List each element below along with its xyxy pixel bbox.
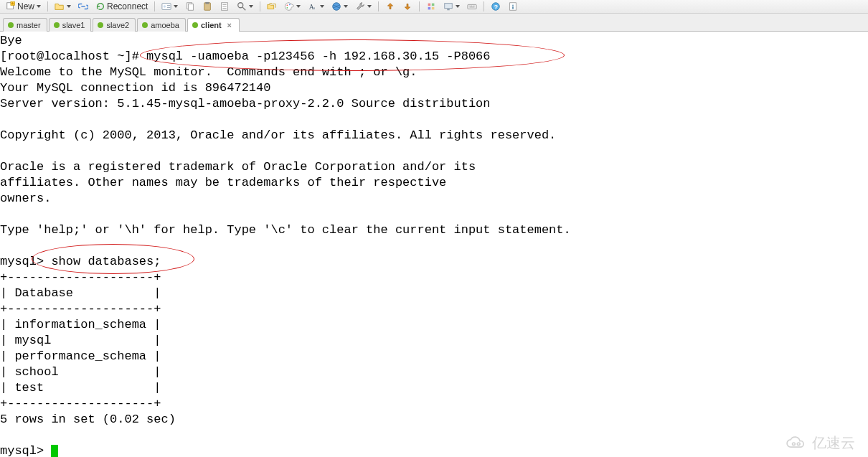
tab-label: slave2	[106, 21, 129, 29]
svg-rect-23	[448, 9, 450, 11]
term-line: Type 'help;' or '\h' for help. Type '\c'…	[0, 223, 571, 237]
terminal-pane[interactable]: Bye [root@localhost ~]# mysql -uamoeba -…	[0, 32, 868, 457]
folders-icon	[267, 1, 277, 11]
term-line: Welcome to the MySQL monitor. Commands e…	[0, 65, 418, 79]
keyboard-icon	[467, 1, 477, 11]
svg-point-14	[289, 4, 291, 6]
svg-point-30	[793, 442, 796, 445]
download-button[interactable]	[400, 1, 415, 12]
folders-button[interactable]	[264, 1, 280, 12]
term-line: | Database |	[0, 286, 161, 300]
wrench-icon	[355, 1, 365, 11]
chevron-down-icon	[67, 5, 71, 8]
reconnect-button[interactable]: Reconnect	[93, 1, 151, 12]
folder-open-icon	[55, 1, 65, 11]
help-button[interactable]: ?	[488, 1, 504, 12]
toolbar-separator	[483, 1, 484, 11]
properties-button[interactable]	[217, 1, 232, 12]
svg-rect-9	[206, 2, 209, 4]
term-line: Copyright (c) 2000, 2013, Oracle and/or …	[0, 128, 556, 142]
tab-amoeba[interactable]: amoeba	[137, 18, 186, 32]
help-icon: ?	[491, 1, 501, 11]
new-label: New	[17, 1, 34, 11]
toolbar-separator	[154, 1, 155, 11]
svg-rect-22	[445, 4, 453, 9]
upload-button[interactable]	[382, 1, 398, 12]
new-session-button[interactable]: New	[3, 1, 44, 12]
svg-point-11	[238, 3, 243, 8]
svg-rect-20	[428, 7, 431, 10]
term-line: +--------------------+	[0, 270, 161, 284]
svg-point-12	[287, 4, 288, 6]
svg-point-13	[287, 7, 288, 9]
card-icon	[161, 1, 171, 11]
status-connected-icon	[98, 22, 103, 28]
tab-label: master	[16, 21, 41, 29]
palette-icon	[284, 1, 294, 11]
svg-rect-21	[432, 7, 435, 10]
paste-button[interactable]	[199, 1, 215, 12]
link-button[interactable]	[75, 1, 91, 12]
session-tabbar: master slave1 slave2 amoeba client ×	[0, 14, 868, 32]
tab-label: slave1	[62, 21, 85, 29]
term-line: 5 rows in set (0.02 sec)	[0, 413, 176, 426]
chevron-down-icon	[367, 5, 372, 8]
open-button[interactable]	[52, 1, 74, 12]
term-line: Oracle is a registered trademark of Orac…	[0, 160, 476, 174]
term-line: affiliates. Other names may be trademark…	[0, 176, 446, 189]
tab-slave2[interactable]: slave2	[93, 18, 136, 32]
globe-button[interactable]	[329, 1, 351, 12]
link-icon	[78, 1, 88, 11]
doc-list-icon	[220, 1, 230, 11]
info-doc-icon	[508, 1, 518, 11]
term-line: | school |	[0, 365, 161, 379]
term-line: mysql> show databases;	[0, 255, 161, 268]
new-tab-icon	[6, 1, 16, 11]
toolbar-separator	[419, 1, 420, 11]
keyboard-button[interactable]	[464, 1, 480, 12]
status-connected-icon	[142, 22, 148, 28]
status-connected-icon	[54, 22, 60, 28]
watermark-text: 亿速云	[812, 433, 855, 453]
term-line: +--------------------+	[0, 397, 161, 410]
status-connected-icon	[8, 22, 14, 28]
svg-rect-4	[167, 5, 170, 6]
tab-master[interactable]: master	[3, 18, 47, 32]
term-line: Your MySQL connection id is 896472140	[0, 81, 270, 95]
toolbar-separator	[260, 1, 260, 11]
close-icon[interactable]: ×	[226, 22, 233, 29]
svg-rect-5	[167, 7, 170, 8]
term-line: | mysql |	[0, 334, 161, 347]
about-button[interactable]	[505, 1, 521, 12]
chevron-down-icon	[456, 5, 460, 8]
reconnect-icon	[95, 1, 105, 11]
svg-text:a: a	[313, 5, 316, 11]
svg-point-17	[333, 3, 341, 11]
find-button[interactable]	[234, 1, 256, 12]
term-line: [root@localhost ~]# mysql -uamoeba -p123…	[0, 50, 491, 63]
monitor-icon	[443, 1, 453, 11]
tab-label: amoeba	[151, 21, 179, 29]
svg-rect-19	[432, 4, 435, 6]
font-button[interactable]: Aa	[305, 1, 327, 12]
chevron-down-icon	[344, 5, 348, 8]
chevron-down-icon	[320, 5, 324, 8]
tab-slave1[interactable]: slave1	[49, 18, 92, 32]
profile-button[interactable]	[159, 1, 181, 12]
cursor-block-icon	[51, 445, 58, 457]
search-icon	[237, 1, 247, 11]
tab-client[interactable]: client ×	[187, 18, 240, 32]
chevron-down-icon	[249, 5, 253, 8]
misc-button-1[interactable]	[423, 1, 439, 12]
watermark: 亿速云	[783, 433, 855, 453]
upload-icon	[385, 1, 395, 11]
tab-label: client	[201, 21, 222, 29]
palette-button[interactable]	[281, 1, 303, 12]
tools-button[interactable]	[352, 1, 374, 12]
misc-button-2[interactable]	[440, 1, 463, 12]
term-line: | test |	[0, 381, 161, 395]
term-line: | performance_schema |	[0, 349, 161, 363]
svg-text:?: ?	[494, 4, 498, 11]
globe-icon	[331, 1, 341, 11]
copy-button[interactable]	[182, 1, 198, 12]
